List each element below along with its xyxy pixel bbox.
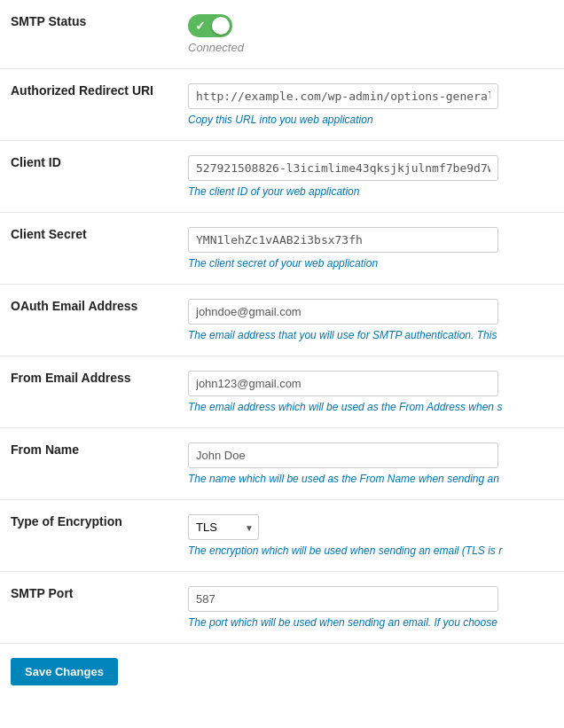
helper-client-id: The client ID of your web application (188, 185, 543, 198)
label-type-of-encryption: Type of Encryption (0, 500, 177, 572)
settings-row-type-of-encryption: Type of EncryptionTLSSSLNone▼The encrypt… (0, 500, 564, 572)
input-client-id[interactable] (188, 155, 498, 181)
label-from-email: From Email Address (0, 356, 177, 428)
field-authorized-redirect-uri: Copy this URL into you web application (177, 69, 564, 141)
helper-authorized-redirect-uri: Copy this URL into you web application (188, 114, 543, 126)
label-authorized-redirect-uri: Authorized Redirect URI (0, 69, 177, 141)
toggle-check-icon: ✓ (195, 19, 206, 33)
label-smtp-port: SMTP Port (0, 572, 177, 644)
label-from-name: From Name (0, 428, 177, 500)
field-smtp-status: ✓Connected (177, 0, 564, 69)
input-from-name[interactable] (188, 442, 498, 468)
label-smtp-status: SMTP Status (0, 0, 177, 69)
field-client-secret: The client secret of your web applicatio… (177, 213, 564, 285)
settings-row-smtp-status: SMTP Status✓Connected (0, 0, 564, 69)
input-oauth-email[interactable] (188, 299, 498, 325)
settings-row-authorized-redirect-uri: Authorized Redirect URICopy this URL int… (0, 69, 564, 141)
save-button[interactable]: Save Changes (11, 658, 118, 685)
field-from-email: The email address which will be used as … (177, 356, 564, 428)
smtp-status-text: Connected (188, 41, 244, 54)
settings-row-from-email: From Email AddressThe email address whic… (0, 356, 564, 428)
field-from-name: The name which will be used as the From … (177, 428, 564, 500)
field-oauth-email: The email address that you will use for … (177, 285, 564, 356)
helper-type-of-encryption: The encryption which will be used when s… (188, 544, 543, 557)
helper-smtp-port: The port which will be used when sending… (188, 616, 543, 629)
helper-client-secret: The client secret of your web applicatio… (188, 257, 543, 270)
settings-row-from-name: From NameThe name which will be used as … (0, 428, 564, 500)
label-oauth-email: OAuth Email Address (0, 285, 177, 356)
field-smtp-port: The port which will be used when sending… (177, 572, 564, 644)
settings-row-smtp-port: SMTP PortThe port which will be used whe… (0, 572, 564, 644)
input-from-email[interactable] (188, 371, 498, 396)
input-authorized-redirect-uri (188, 83, 498, 109)
smtp-status-toggle[interactable]: ✓ (188, 14, 232, 37)
settings-table: SMTP Status✓ConnectedAuthorized Redirect… (0, 0, 564, 644)
label-client-secret: Client Secret (0, 213, 177, 285)
label-client-id: Client ID (0, 141, 177, 213)
field-client-id: The client ID of your web application (177, 141, 564, 213)
settings-row-oauth-email: OAuth Email AddressThe email address tha… (0, 285, 564, 356)
field-type-of-encryption: TLSSSLNone▼The encryption which will be … (177, 500, 564, 572)
select-wrapper-type-of-encryption: TLSSSLNone▼ (188, 514, 259, 540)
toggle-knob (212, 17, 230, 35)
settings-row-client-id: Client IDThe client ID of your web appli… (0, 141, 564, 213)
settings-row-client-secret: Client SecretThe client secret of your w… (0, 213, 564, 285)
save-button-container: Save Changes (0, 644, 564, 700)
input-smtp-port[interactable] (188, 586, 498, 612)
helper-oauth-email: The email address that you will use for … (188, 329, 543, 341)
input-client-secret[interactable] (188, 227, 498, 253)
select-type-of-encryption[interactable]: TLSSSLNone (188, 514, 259, 540)
helper-from-email: The email address which will be used as … (188, 401, 543, 413)
helper-from-name: The name which will be used as the From … (188, 473, 543, 485)
